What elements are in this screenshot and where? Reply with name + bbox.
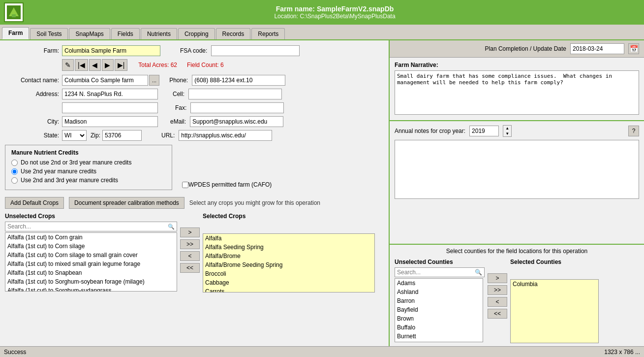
counties-title: Select counties for the field locations …	[395, 248, 639, 255]
unselected-counties-list[interactable]: Adams Ashland Barron Bayfield Brown Buff…	[395, 278, 483, 342]
city-label: City:	[5, 118, 59, 125]
unselected-search-icon: 🔍	[166, 223, 177, 231]
list-item[interactable]: Bayfield	[395, 305, 483, 314]
calendar-button[interactable]: 📅	[628, 43, 639, 54]
manure-radio-no[interactable]	[11, 160, 18, 166]
list-item[interactable]: Alfalfa (1st cut) to mixed small grain l…	[5, 260, 177, 268]
fax-input[interactable]	[190, 102, 284, 113]
county-add-one-button[interactable]: >	[488, 273, 507, 283]
unselected-counties-section: Unselected Counties 🔍 Adams Ashland Barr…	[395, 259, 485, 342]
right-panel: Plan Completion / Update Date 📅 Farm Nar…	[389, 40, 644, 346]
list-item[interactable]: Alfalfa (1st cut) to Sorghum-soybean for…	[5, 277, 177, 286]
list-item[interactable]: Burnett	[395, 332, 483, 341]
tab-reports[interactable]: Reports	[251, 28, 285, 39]
list-item[interactable]: Alfalfa (1st cut) to Corn silage	[5, 242, 177, 251]
tab-records[interactable]: Records	[216, 28, 251, 39]
list-item[interactable]: Alfalfa Seeding Spring	[203, 243, 374, 252]
crop-remove-all-button[interactable]: <<	[180, 263, 200, 273]
tab-nutrients[interactable]: Nutrients	[141, 28, 177, 39]
manure-credits-group: Manure Nutrient Credits Do not use 2nd o…	[5, 145, 172, 190]
tab-cropping[interactable]: Cropping	[178, 28, 215, 39]
list-item[interactable]: Buffalo	[395, 323, 483, 332]
manure-option-3: Use 2nd and 3rd year manure credits	[11, 177, 166, 184]
url-label: URL:	[161, 132, 175, 139]
county-remove-all-button[interactable]: <<	[488, 309, 507, 319]
first-button[interactable]: |◀	[75, 59, 88, 71]
list-item[interactable]: Alfalfa/Brome Seeding Spring	[203, 260, 374, 269]
zip-input[interactable]	[102, 130, 142, 141]
county-add-all-button[interactable]: >>	[488, 285, 507, 295]
wpdes-checkbox[interactable]	[182, 182, 188, 188]
zip-label: Zip:	[91, 132, 100, 139]
add-default-button[interactable]: Add Default Crops	[5, 197, 64, 209]
logo-inner	[7, 5, 21, 19]
phone-input[interactable]	[192, 75, 285, 86]
list-item[interactable]: Adams	[395, 279, 483, 288]
list-item[interactable]: Ashland	[395, 288, 483, 296]
help-button[interactable]: ?	[628, 126, 639, 136]
last-button[interactable]: ▶|	[115, 59, 128, 71]
header-subtitle: Location: C:\SnapPlus2Beta\MySnapPlusDat…	[30, 13, 640, 20]
list-item[interactable]: Columbia	[511, 280, 598, 289]
prev-button[interactable]: ◀	[89, 59, 101, 71]
manure-radio-2nd[interactable]	[11, 168, 18, 175]
unselected-crop-search-input[interactable]	[5, 222, 166, 231]
total-acres: Total Acres: 62	[138, 62, 177, 68]
crop-remove-one-button[interactable]: <	[180, 251, 200, 261]
city-row: City: eMail:	[5, 116, 384, 127]
list-item[interactable]: Alfalfa	[203, 234, 374, 243]
farm-input[interactable]	[62, 45, 160, 56]
doc-spreader-button[interactable]: Document spreader calibration methods	[69, 197, 184, 209]
list-item[interactable]: Alfalfa (1st cut) to Corn grain	[5, 233, 177, 242]
list-item[interactable]: Cabbage	[203, 278, 374, 287]
annual-notes-textarea[interactable]	[395, 140, 639, 199]
list-item[interactable]: Calumet	[395, 341, 483, 342]
crop-add-one-button[interactable]: >	[180, 227, 200, 237]
tab-farm[interactable]: Farm	[2, 27, 29, 39]
selected-crops-list[interactable]: Alfalfa Alfalfa Seeding Spring Alfalfa/B…	[203, 233, 375, 292]
state-select[interactable]: WI	[62, 130, 87, 141]
year-down-button[interactable]: ▼	[503, 131, 511, 136]
left-panel: Farm: FSA code: ✎ |◀ ◀ ▶ ▶| Total Acres:…	[0, 40, 389, 346]
narrative-textarea[interactable]: Small dairy farm that has some complianc…	[395, 70, 639, 115]
annual-notes-header: Annual notes for crop year: ▲ ▼ ?	[395, 125, 639, 137]
edit-button[interactable]: ✎	[62, 59, 74, 71]
app-logo	[4, 2, 24, 22]
year-up-button[interactable]: ▲	[503, 126, 511, 131]
address2-input[interactable]	[62, 102, 158, 113]
contact-ellipsis-button[interactable]: ...	[149, 75, 159, 86]
county-remove-one-button[interactable]: <	[488, 297, 507, 307]
plan-date-input[interactable]	[570, 43, 624, 54]
tab-snap-maps[interactable]: SnapMaps	[69, 28, 110, 39]
year-spinner[interactable]: ▲ ▼	[503, 125, 512, 137]
list-item[interactable]: Alfalfa/Brome	[203, 252, 374, 260]
unselected-crops-list[interactable]: Alfalfa (1st cut) to Corn grain Alfalfa …	[5, 232, 177, 292]
address-input[interactable]	[62, 89, 158, 99]
city-input[interactable]	[62, 116, 158, 127]
url-input[interactable]	[179, 130, 272, 141]
list-item[interactable]: Broccoli	[203, 269, 374, 278]
selected-counties-list[interactable]: Columbia	[510, 279, 599, 343]
contact-input[interactable]	[62, 75, 148, 86]
annual-year-input[interactable]	[469, 126, 499, 136]
fsa-code-input[interactable]	[211, 45, 300, 56]
list-item[interactable]: Barron	[395, 296, 483, 305]
list-item[interactable]: Brown	[395, 314, 483, 323]
contact-name-row: Contact name: ... Phone:	[5, 75, 384, 86]
fsa-label: FSA code:	[180, 47, 207, 54]
list-item[interactable]: Carrots	[203, 287, 374, 292]
email-input[interactable]	[190, 116, 283, 127]
county-search-input[interactable]	[395, 268, 473, 277]
crop-add-all-button[interactable]: >>	[180, 239, 200, 249]
list-item[interactable]: Alfalfa (1st cut) to Sorghum-sudangrass	[5, 286, 177, 292]
crops-lists: Unselected Crops 🔍 Alfalfa (1st cut) to …	[5, 213, 384, 292]
manure-radio-2nd-3rd[interactable]	[11, 177, 18, 184]
tab-soil-tests[interactable]: Soil Tests	[30, 28, 68, 39]
next-button[interactable]: ▶	[102, 59, 114, 71]
list-item[interactable]: Alfalfa (1st cut) to Snapbean	[5, 268, 177, 277]
farm-row: Farm: FSA code:	[5, 45, 384, 56]
tab-fields[interactable]: Fields	[111, 28, 140, 39]
cell-label: Cell:	[173, 91, 184, 97]
cell-input[interactable]	[188, 89, 282, 99]
list-item[interactable]: Alfalfa (1st cut) to Corn silage to smal…	[5, 251, 177, 260]
